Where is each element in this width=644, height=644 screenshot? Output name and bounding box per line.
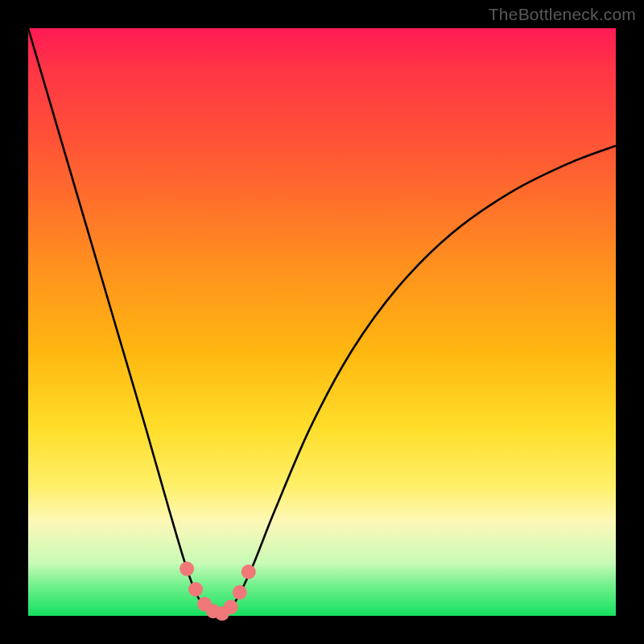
highlight-marker: [188, 582, 203, 597]
plot-area: [28, 28, 616, 616]
highlight-markers: [180, 562, 256, 621]
highlight-marker: [224, 600, 238, 614]
bottleneck-curve-path: [28, 28, 616, 616]
curve-svg: [28, 28, 616, 616]
chart-frame: TheBottleneck.com: [0, 0, 644, 644]
watermark-text: TheBottleneck.com: [489, 5, 636, 24]
highlight-marker: [180, 562, 194, 576]
highlight-marker: [242, 564, 256, 579]
highlight-marker: [233, 585, 247, 600]
